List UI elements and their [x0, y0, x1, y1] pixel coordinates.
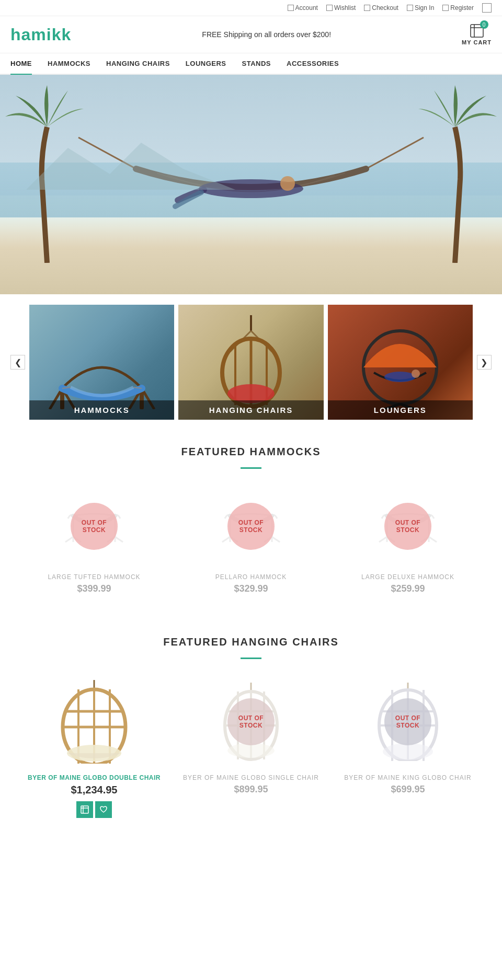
featured-hanging-title: FEATURED HANGING CHAIRS	[0, 615, 502, 653]
loungers-illus-icon	[343, 315, 458, 409]
hanging-product-1[interactable]: BYER OF MAINE GLOBO DOUBLE CHAIR $1,234.…	[21, 675, 167, 818]
hammock-product-2-image: OUT OFSTOCK	[178, 485, 324, 568]
hammock-product-3-image: OUT OFSTOCK	[335, 485, 481, 568]
nav-stands[interactable]: STANDS	[242, 53, 271, 75]
cart-button[interactable]: 0 MY CART	[462, 24, 492, 45]
checkout-icon	[364, 5, 370, 11]
add-to-cart-button-1[interactable]	[76, 801, 93, 818]
hanging-chair-illus-icon	[193, 315, 309, 409]
hanging-product-3-image: OUT OFSTOCK	[335, 675, 481, 769]
category-card-hanging[interactable]: HANGING CHAIRS	[178, 305, 323, 420]
hanging-3-name: BYER OF MAINE KING GLOBO CHAIR	[335, 774, 481, 781]
checkout-link[interactable]: Checkout	[364, 4, 398, 11]
category-hammocks-label: HAMMOCKS	[29, 400, 174, 420]
hanging-2-price: $899.95	[178, 784, 324, 795]
register-link[interactable]: Register	[442, 4, 474, 11]
featured-hanging-grid: BYER OF MAINE GLOBO DOUBLE CHAIR $1,234.…	[0, 675, 502, 839]
cart-label: MY CART	[462, 39, 492, 45]
hanging-product-2-image: OUT OFSTOCK	[178, 675, 324, 769]
featured-hammocks-grid: OUT OFSTOCK LARGE TUFTED HAMMOCK $399.99…	[0, 485, 502, 615]
hammock-1-name: LARGE TUFTED HAMMOCK	[21, 573, 167, 581]
wishlist-icon	[326, 5, 333, 11]
register-label: Register	[450, 4, 474, 11]
svg-line-30	[65, 537, 73, 542]
hanging-2-name: BYER OF MAINE GLOBO SINGLE CHAIR	[178, 774, 324, 781]
out-of-stock-badge-5: OUT OFSTOCK	[384, 698, 431, 745]
hanging-product-1-image	[21, 675, 167, 769]
hanging-product-2[interactable]: OUT OFSTOCK BYER OF MAINE GLOBO SINGLE C…	[178, 675, 324, 818]
signin-icon	[407, 5, 413, 11]
hammock-2-name: PELLARO HAMMOCK	[178, 573, 324, 581]
hanging-1-name: BYER OF MAINE GLOBO DOUBLE CHAIR	[21, 774, 167, 781]
svg-point-6	[280, 176, 295, 191]
featured-hanging-section: FEATURED HANGING CHAIRS	[0, 615, 502, 839]
featured-hammocks-underline	[241, 467, 261, 469]
featured-hammocks-title: FEATURED HAMMOCKS	[0, 425, 502, 463]
out-of-stock-badge-3: OUT OFSTOCK	[384, 503, 431, 550]
signin-link[interactable]: Sign In	[407, 4, 434, 11]
out-of-stock-badge-1: OUT OFSTOCK	[71, 503, 118, 550]
cart-count: 0	[480, 20, 488, 29]
svg-line-4	[366, 137, 424, 169]
category-card-loungers[interactable]: LOUNGERS	[328, 305, 473, 420]
hanging-1-price: $1,234.95	[21, 784, 167, 796]
hammock-product-3[interactable]: OUT OFSTOCK LARGE DELUXE HAMMOCK $259.99	[335, 485, 481, 594]
svg-point-26	[384, 372, 416, 382]
hanging-3-price: $699.95	[335, 784, 481, 795]
globo-double-chair-icon	[55, 680, 133, 764]
utility-bar: Account Wishlist Checkout Sign In Regist…	[0, 0, 502, 16]
category-prev-button[interactable]: ❮	[10, 355, 25, 370]
phone-icon	[482, 3, 492, 13]
nav-hammocks[interactable]: HAMMOCKS	[48, 53, 90, 75]
category-section: ❮	[0, 294, 502, 425]
cart-add-icon	[81, 805, 89, 814]
hammock-2-price: $329.99	[178, 583, 324, 594]
svg-line-36	[222, 537, 230, 542]
hammock-1-price: $399.99	[21, 583, 167, 594]
hammock-product-1[interactable]: OUT OFSTOCK LARGE TUFTED HAMMOCK $399.99	[21, 485, 167, 594]
account-icon	[288, 5, 294, 11]
hammock-product-1-image: OUT OFSTOCK	[21, 485, 167, 568]
svg-point-27	[412, 370, 420, 378]
hanging-1-cart-buttons	[21, 801, 167, 818]
logo[interactable]: hamikk	[10, 25, 71, 44]
featured-hammocks-section: FEATURED HAMMOCKS OUT OFSTOCK LARGE TUFT…	[0, 425, 502, 615]
hanging-product-3[interactable]: OUT OFSTOCK BYER OF MAINE KING GLOBO CHA…	[335, 675, 481, 818]
hammock-3-name: LARGE DELUXE HAMMOCK	[335, 573, 481, 581]
svg-point-64	[227, 743, 275, 758]
hammocks-illus-icon	[44, 315, 159, 409]
out-of-stock-badge-4: OUT OFSTOCK	[227, 698, 275, 745]
shipping-message: FREE Shipping on all orders over $200!	[202, 30, 331, 39]
mountains-icon	[26, 137, 235, 190]
wishlist-button-1[interactable]	[95, 801, 112, 818]
hero-banner	[0, 75, 502, 294]
account-label: Account	[295, 4, 318, 11]
register-icon	[442, 5, 449, 11]
featured-hanging-underline	[241, 658, 261, 659]
cart-icon-wrap: 0	[470, 24, 484, 38]
main-nav: HOME HAMMOCKS HANGING CHAIRS LOUNGERS ST…	[0, 53, 502, 75]
hammock-product-2[interactable]: OUT OFSTOCK PELLARO HAMMOCK $329.99	[178, 485, 324, 594]
svg-rect-54	[81, 806, 88, 813]
category-loungers-label: LOUNGERS	[328, 400, 473, 420]
category-hanging-label: HANGING CHAIRS	[178, 400, 323, 420]
nav-loungers[interactable]: LOUNGERS	[186, 53, 226, 75]
wishlist-label: Wishlist	[334, 4, 356, 11]
svg-line-45	[429, 537, 437, 542]
category-card-hammocks[interactable]: HAMMOCKS	[29, 305, 174, 420]
checkout-label: Checkout	[372, 4, 398, 11]
signin-label: Sign In	[415, 4, 434, 11]
nav-accessories[interactable]: ACCESSORIES	[287, 53, 339, 75]
header: hamikk FREE Shipping on all orders over …	[0, 16, 502, 53]
svg-line-42	[379, 537, 387, 542]
category-row: ❮	[10, 305, 492, 420]
nav-hanging-chairs[interactable]: HANGING CHAIRS	[106, 53, 170, 75]
svg-line-33	[115, 537, 123, 542]
nav-home[interactable]: HOME	[10, 53, 32, 75]
wishlist-link[interactable]: Wishlist	[326, 4, 356, 11]
hammock-3-price: $259.99	[335, 583, 481, 594]
svg-line-39	[272, 537, 280, 542]
svg-point-72	[383, 743, 433, 760]
category-next-button[interactable]: ❯	[477, 355, 492, 370]
account-link[interactable]: Account	[288, 4, 318, 11]
